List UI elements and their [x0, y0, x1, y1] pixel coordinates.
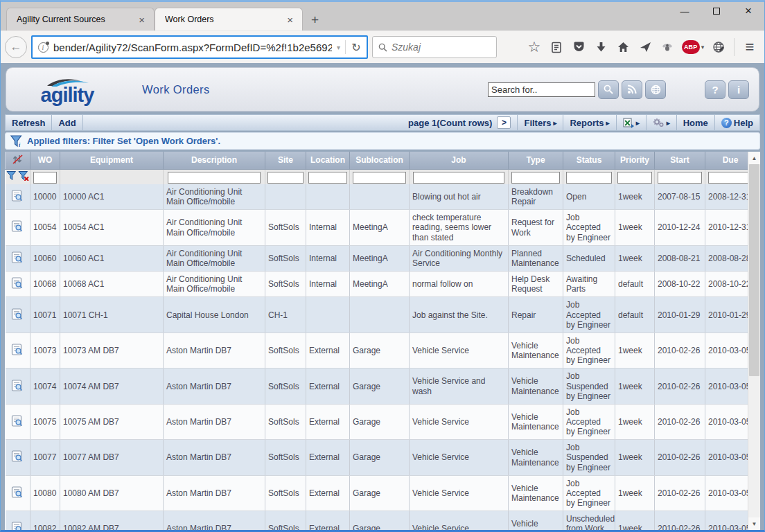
filter-input-due[interactable] [708, 172, 753, 184]
clear-sort-header[interactable] [6, 152, 30, 169]
home-link[interactable]: Home [676, 115, 714, 130]
reload-icon[interactable]: ↻ [346, 41, 367, 54]
url-bar[interactable]: i bender/Agility72/ScanForm.aspx?FormDef… [31, 35, 368, 59]
open-record-button[interactable] [6, 210, 30, 245]
filter-input-description[interactable] [168, 172, 261, 184]
minimize-button[interactable]: — [669, 0, 701, 22]
open-record-button[interactable] [6, 404, 30, 439]
agility-logo[interactable]: agility [26, 78, 109, 102]
clear-sort-icon [12, 154, 24, 165]
help-button[interactable]: ? [705, 80, 726, 99]
cell-site: SoftSols [265, 332, 306, 368]
scroll-up-button[interactable]: ▲ [748, 152, 760, 164]
browser-navbar: ← i bender/Agility72/ScanForm.aspx?FormD… [1, 30, 764, 63]
adblock-plus-icon[interactable]: ABP ▾ [679, 37, 707, 57]
cell-equipment: 10068 AC1 [60, 272, 164, 297]
tab-close-icon[interactable]: × [285, 14, 295, 26]
globe-edit-extension-icon[interactable] [708, 37, 729, 57]
help-link[interactable]: ? Help [714, 115, 759, 130]
table-row: 1007110071 CH-1Capital House LondonCH-1J… [6, 297, 756, 332]
actions-menu[interactable]: ▸ [646, 115, 676, 130]
open-record-button[interactable] [6, 475, 30, 511]
filter-input-site[interactable] [267, 172, 303, 184]
open-record-button[interactable] [6, 297, 30, 332]
reading-list-icon[interactable] [546, 37, 567, 57]
cell-priority: default [615, 297, 655, 332]
column-header-status[interactable]: Status [563, 152, 615, 169]
add-button[interactable]: Add [52, 115, 82, 130]
column-header-job[interactable]: Job [410, 152, 509, 169]
browser-tab-agility-current-sources[interactable]: Agility Current Sources × [6, 8, 155, 30]
open-record-button[interactable] [6, 332, 30, 368]
filter-funnel-icon: i [10, 134, 23, 148]
cell-location: External [306, 475, 350, 511]
cell-location: External [306, 440, 350, 475]
cell-location [306, 184, 350, 210]
filter-input-priority[interactable] [617, 172, 651, 184]
pocket-icon[interactable] [568, 37, 589, 57]
browser-search-bar[interactable] [372, 36, 497, 58]
open-record-button[interactable] [6, 511, 30, 530]
send-tab-icon[interactable] [635, 37, 656, 57]
filter-input-job[interactable] [413, 172, 504, 184]
next-page-button[interactable]: > [497, 116, 511, 129]
url-text[interactable]: bender/Agility72/ScanForm.aspx?FormDefID… [53, 42, 332, 53]
filter-input-wo[interactable] [33, 172, 56, 184]
table-row: 1007710077 AM DB7Aston Martin DB7SoftSol… [6, 440, 756, 475]
clear-filter-icon[interactable] [18, 170, 29, 184]
maximize-button[interactable] [701, 0, 732, 22]
app-search-input[interactable] [488, 82, 595, 97]
browser-search-input[interactable] [392, 42, 491, 53]
site-info-icon[interactable]: i [33, 42, 53, 53]
column-header-type[interactable]: Type [509, 152, 563, 169]
cell-site: CH-1 [265, 297, 306, 332]
cell-start: 2008-10-22 [655, 272, 705, 297]
column-header-location[interactable]: Location [306, 152, 350, 169]
rss-button[interactable] [622, 80, 642, 99]
bookmark-star-icon[interactable]: ☆ [524, 37, 545, 57]
filter-input-start[interactable] [658, 172, 703, 184]
column-header-equipment[interactable]: Equipment [60, 152, 164, 169]
tab-title: Agility Current Sources [17, 15, 137, 24]
filter-input-status[interactable] [566, 172, 613, 184]
tab-close-icon[interactable]: × [137, 14, 147, 26]
column-header-site[interactable]: Site [265, 152, 306, 169]
filter-input-type[interactable] [511, 172, 560, 184]
open-record-button[interactable] [6, 369, 30, 404]
open-record-button[interactable] [6, 272, 30, 297]
export-excel-menu[interactable]: ▸ [616, 115, 646, 130]
column-header-description[interactable]: Description [164, 152, 265, 169]
cell-equipment: 10054 AC1 [60, 210, 164, 245]
browser-tab-work-orders[interactable]: Work Orders × [155, 8, 303, 30]
refresh-button[interactable]: Refresh [6, 115, 52, 130]
back-button[interactable]: ← [5, 36, 27, 58]
new-tab-button[interactable]: + [303, 12, 327, 30]
open-record-button[interactable] [6, 440, 30, 475]
apply-filter-icon[interactable] [6, 170, 17, 184]
column-header-start[interactable]: Start [655, 152, 705, 169]
menu-icon[interactable]: ≡ [739, 37, 760, 57]
cell-location: External [306, 332, 350, 368]
open-record-button[interactable] [6, 245, 30, 271]
vertical-scrollbar[interactable]: ▲ ▼ [748, 152, 760, 530]
filters-menu[interactable]: Filters ▸ [517, 115, 563, 130]
scroll-down-button[interactable]: ▼ [748, 517, 760, 530]
app-search-button[interactable] [598, 80, 619, 99]
url-dropdown-icon[interactable]: ▾ [332, 44, 345, 51]
cell-description: Aston Martin DB7 [164, 332, 265, 368]
column-header-sublocation[interactable]: Sublocation [350, 152, 410, 169]
column-header-priority[interactable]: Priority [615, 152, 655, 169]
close-button[interactable]: × [732, 0, 764, 22]
cell-start: 2010-02-26 [655, 440, 705, 475]
reports-menu[interactable]: Reports ▸ [563, 115, 615, 130]
column-header-wo[interactable]: WO [30, 152, 60, 169]
filter-input-location[interactable] [308, 172, 346, 184]
open-record-button[interactable] [6, 184, 30, 210]
web-button[interactable] [645, 80, 666, 99]
home-icon[interactable] [613, 37, 633, 57]
downloads-icon[interactable] [590, 37, 611, 57]
info-button[interactable]: i [728, 80, 749, 99]
scrollbar-thumb[interactable] [749, 164, 759, 376]
cell-job: Job against the Site. [410, 297, 509, 332]
filter-input-sublocation[interactable] [353, 172, 406, 184]
